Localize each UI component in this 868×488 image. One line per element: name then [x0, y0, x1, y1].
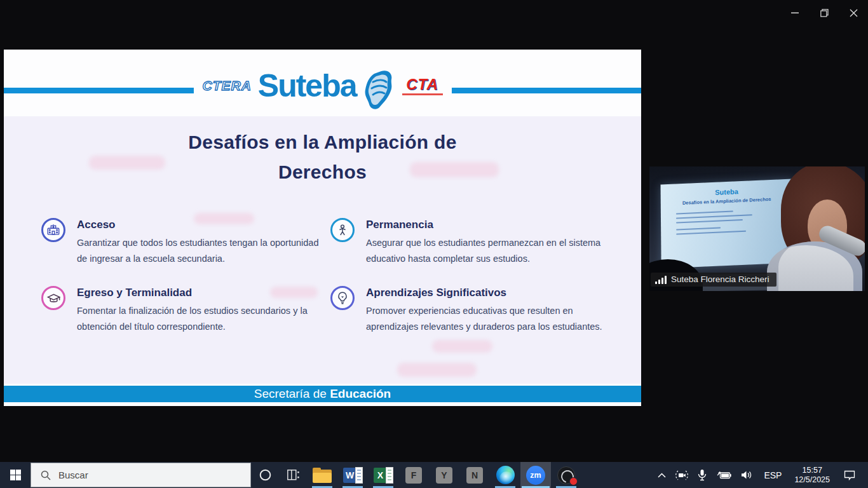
- item-permanencia: Permanencia Asegurar que los estudiantes…: [330, 218, 616, 267]
- word-icon: W: [343, 467, 363, 484]
- start-button[interactable]: [0, 462, 31, 488]
- slide-title-line1: Desafíos en la Ampliación de: [4, 127, 641, 157]
- slide-title: Desafíos en la Ampliación de Derechos: [4, 116, 641, 187]
- footer-prefix: Secretaría de: [254, 387, 327, 400]
- search-input[interactable]: [58, 470, 211, 480]
- search-icon: [41, 470, 51, 480]
- highlight-smudge: [89, 156, 165, 170]
- item-description: Promover experiencias educativas que res…: [366, 303, 616, 335]
- suteba-logo-text: Suteba: [258, 70, 356, 102]
- chevron-up-icon: [658, 473, 666, 478]
- tray-language[interactable]: ESP: [760, 462, 785, 488]
- buenos-aires-map-icon: [360, 71, 393, 110]
- search-box[interactable]: [31, 463, 251, 487]
- file-explorer-icon: [313, 468, 332, 483]
- tray-time: 15:57: [794, 466, 830, 475]
- item-egreso: Egreso y Terminalidad Fomentar la finali…: [41, 286, 330, 335]
- participant-name-label: Suteba Florencia Riccheri: [651, 273, 776, 287]
- item-text: Acceso Garantizar que todos los estudian…: [77, 218, 320, 267]
- taskbar-app-file-explorer[interactable]: [307, 462, 337, 488]
- item-title: Permanencia: [366, 219, 616, 231]
- close-icon: [850, 9, 858, 17]
- item-text: Permanencia Asegurar que los estudiantes…: [366, 218, 616, 267]
- app-f-icon: F: [405, 467, 422, 484]
- taskbar-app-zoom[interactable]: zm: [520, 462, 551, 488]
- participant-name: Suteba Florencia Riccheri: [671, 274, 770, 284]
- close-button[interactable]: [839, 0, 868, 25]
- taskbar-app-obs[interactable]: [551, 462, 581, 488]
- slide-header: CTERA Suteba CTA: [4, 50, 641, 116]
- highlight-smudge: [432, 340, 492, 353]
- camera-in-use-icon: [675, 470, 688, 481]
- windows-taskbar: W X F Y N zm: [0, 462, 868, 488]
- person-icon: [330, 218, 355, 242]
- taskbar-app-f[interactable]: F: [398, 462, 429, 488]
- lightbulb-icon: [330, 286, 355, 310]
- tray-battery-button[interactable]: [714, 462, 733, 488]
- taskbar-app-word[interactable]: W: [337, 462, 368, 488]
- tray-date: 12/5/2025: [794, 475, 830, 485]
- notification-icon: [844, 470, 855, 480]
- app-y-icon: Y: [436, 467, 452, 484]
- slide-footer: Secretaría de Educación: [4, 386, 641, 402]
- item-description: Asegurar que los estudiantes permanezcan…: [366, 235, 616, 267]
- item-description: Garantizar que todos los estudiantes ten…: [77, 235, 320, 267]
- task-view-icon: [287, 470, 299, 480]
- taskbar-app-edge[interactable]: [490, 462, 520, 488]
- challenge-items: Acceso Garantizar que todos los estudian…: [41, 218, 616, 335]
- projection-text-lines: [676, 208, 793, 234]
- ctera-logo-text: CTERA: [202, 78, 251, 93]
- item-description: Fomentar la finalización de los estudios…: [77, 303, 320, 335]
- suteba-logo: CTERA Suteba CTA: [193, 60, 451, 112]
- footer-bottom-strip: [4, 402, 641, 406]
- windows-logo-icon: [10, 470, 21, 480]
- taskbar-app-excel[interactable]: X: [368, 462, 398, 488]
- restore-icon: [820, 9, 829, 17]
- app-n-icon: N: [466, 467, 483, 484]
- recording-dot: [569, 477, 578, 485]
- cortana-button[interactable]: [251, 462, 279, 488]
- task-view-button[interactable]: [279, 462, 307, 488]
- speaker-icon: [741, 470, 752, 480]
- microphone-icon: [698, 469, 707, 481]
- edge-icon: [496, 466, 515, 484]
- item-aprendizajes: Aprendizajes Significativos Promover exp…: [330, 286, 616, 335]
- action-center-button[interactable]: [839, 462, 863, 488]
- taskbar-app-y[interactable]: Y: [429, 462, 459, 488]
- highlight-smudge: [410, 162, 499, 177]
- excel-icon: X: [374, 467, 393, 484]
- system-tray: ESP 15:57 12/5/2025: [656, 462, 868, 488]
- audio-level-icon: [655, 275, 667, 284]
- minimize-button[interactable]: [780, 0, 810, 25]
- tray-clock[interactable]: 15:57 12/5/2025: [791, 466, 833, 485]
- tray-chevron-button[interactable]: [656, 462, 668, 488]
- cta-logo: CTA: [402, 77, 443, 95]
- participant-video-tile[interactable]: Suteba Desafíos en la Ampliación de Dere…: [649, 166, 865, 291]
- minimize-icon: [791, 9, 799, 17]
- footer-bold: Educación: [330, 387, 391, 400]
- slide-content: Desafíos en la Ampliación de Derechos: [4, 116, 641, 384]
- school-icon: [41, 218, 65, 242]
- taskbar-app-n[interactable]: N: [459, 462, 490, 488]
- obs-icon: [557, 466, 575, 484]
- window-controls: [780, 0, 868, 25]
- tray-camera-button[interactable]: [674, 462, 690, 488]
- projected-screen: Suteba Desafíos en la Ampliación de Dere…: [661, 179, 794, 268]
- item-title: Egreso y Terminalidad: [77, 287, 320, 299]
- zoom-icon: zm: [526, 466, 545, 485]
- item-text: Egreso y Terminalidad Fomentar la finali…: [77, 286, 320, 335]
- shared-screen-slide: CTERA Suteba CTA Desafíos en la Ampliaci…: [4, 50, 641, 406]
- item-title: Acceso: [77, 219, 320, 231]
- highlight-smudge: [397, 363, 477, 377]
- restore-button[interactable]: [810, 0, 839, 25]
- cta-logo-text: CTA: [406, 77, 438, 92]
- cortana-icon: [259, 469, 271, 481]
- tray-microphone-button[interactable]: [696, 462, 709, 488]
- item-acceso: Acceso Garantizar que todos los estudian…: [41, 218, 330, 267]
- graduation-cap-icon: [41, 286, 65, 310]
- item-title: Aprendizajes Significativos: [366, 287, 616, 299]
- tray-volume-button[interactable]: [739, 462, 754, 488]
- battery-charging-icon: [716, 471, 731, 480]
- cta-caption-line: [402, 93, 443, 95]
- item-text: Aprendizajes Significativos Promover exp…: [366, 286, 616, 335]
